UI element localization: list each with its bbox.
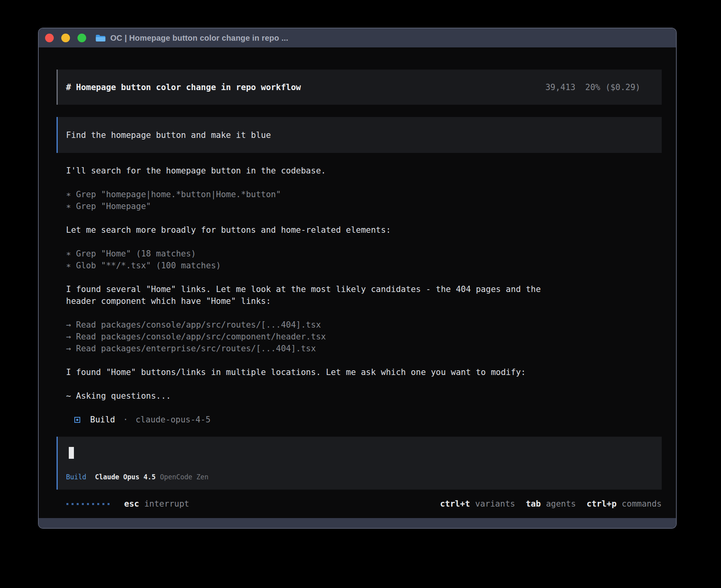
blank-line (57, 402, 662, 414)
session-stats: 39,413 20% ($0.29) (545, 83, 662, 92)
assistant-transcript: I'll search for the homepage button in t… (57, 165, 662, 426)
hint-agents: tab agents (526, 499, 576, 509)
spinner-dots (66, 503, 109, 505)
input-provider-name: OpenCode Zen (160, 473, 209, 481)
assistant-text: Let me search more broadly for buttons a… (57, 224, 662, 236)
blank-line (57, 177, 662, 188)
esc-key-hint: esc (124, 499, 139, 509)
assistant-text: I found several "Home" links. Let me loo… (57, 283, 662, 295)
assistant-text: header component which have "Home" links… (57, 295, 662, 307)
spinner-dot (102, 503, 104, 505)
spinner-dot (77, 503, 79, 505)
hint-key: ctrl+t (440, 499, 470, 509)
status-model-name: claude-opus-4-5 (136, 415, 211, 424)
tool-call-grep: ∗ Grep "Homepage" (57, 200, 662, 212)
hint-variants: ctrl+t variants (440, 499, 515, 509)
esc-action-label: interrupt (144, 499, 189, 509)
footer-bar: esc interrupt ctrl+t variants tab agents… (57, 498, 662, 510)
tool-call-read: → Read packages/enterprise/src/routes/[.… (57, 343, 662, 354)
input-agent-name[interactable]: Build (66, 473, 86, 481)
assistant-text: I found "Home" buttons/links in multiple… (57, 366, 662, 378)
spinner-dot (82, 503, 84, 505)
spinner-dot (87, 503, 89, 505)
window-titlebar[interactable]: OC | Homepage button color change in rep… (39, 28, 676, 47)
terminal-content: # Homepage button color change in repo w… (39, 47, 676, 518)
context-percent: 20% (585, 83, 600, 92)
spinner-dot (92, 503, 94, 505)
close-button[interactable] (45, 34, 54, 42)
tool-call-read: → Read packages/console/app/src/routes/[… (57, 319, 662, 331)
hint-label: commands (622, 499, 662, 509)
token-count: 39,413 (545, 83, 576, 92)
blank-line (57, 212, 662, 224)
window-bottom-strip (39, 518, 676, 528)
assistant-text: I'll search for the homepage button in t… (57, 165, 662, 177)
spinner-dot (108, 503, 109, 505)
input-model-name[interactable]: Claude Opus 4.5 (95, 473, 156, 481)
blank-line (57, 378, 662, 390)
spinner-dot (66, 503, 68, 505)
hint-key: tab (526, 499, 541, 509)
minimize-button[interactable] (61, 34, 70, 42)
tool-call-grep: ∗ Grep "homepage|home.*button|Home.*butt… (57, 188, 662, 200)
shortcut-hints: ctrl+t variants tab agents ctrl+p comman… (440, 499, 662, 509)
spinner-dot (72, 503, 74, 505)
terminal-window: OC | Homepage button color change in rep… (38, 28, 677, 529)
tool-call-grep: ∗ Grep "Home" (18 matches) (57, 248, 662, 260)
user-message: Find the homepage button and make it blu… (57, 117, 662, 153)
text-cursor (69, 447, 74, 459)
window-title: OC | Homepage button color change in rep… (110, 34, 288, 43)
status-separator: · (123, 415, 128, 424)
user-message-text: Find the homepage button and make it blu… (66, 130, 271, 140)
tool-call-glob: ∗ Glob "**/*.tsx" (100 matches) (57, 260, 662, 271)
build-agent-icon (74, 417, 80, 423)
prompt-input[interactable]: Build Claude Opus 4.5 OpenCode Zen (57, 437, 662, 490)
blank-line (57, 236, 662, 248)
hint-label: agents (546, 499, 576, 509)
blank-line (57, 354, 662, 366)
window-title-group: OC | Homepage button color change in rep… (95, 34, 288, 43)
hint-commands: ctrl+p commands (587, 499, 662, 509)
hint-key: ctrl+p (587, 499, 617, 509)
folder-icon (95, 34, 106, 42)
agent-status-line: Build · claude-opus-4-5 (57, 414, 662, 426)
status-agent-name: Build (90, 415, 115, 424)
session-title: # Homepage button color change in repo w… (66, 83, 301, 92)
input-model-row: Build Claude Opus 4.5 OpenCode Zen (66, 473, 662, 481)
session-cost: ($0.29) (605, 83, 640, 92)
blank-line (57, 307, 662, 319)
blank-line (57, 271, 662, 283)
session-header: # Homepage button color change in repo w… (57, 70, 662, 105)
assistant-working-text: ~ Asking questions... (57, 390, 662, 402)
hint-label: variants (475, 499, 515, 509)
traffic-lights (45, 34, 86, 42)
zoom-button[interactable] (77, 34, 86, 42)
spinner-dot (97, 503, 99, 505)
tool-call-read: → Read packages/console/app/src/componen… (57, 331, 662, 343)
